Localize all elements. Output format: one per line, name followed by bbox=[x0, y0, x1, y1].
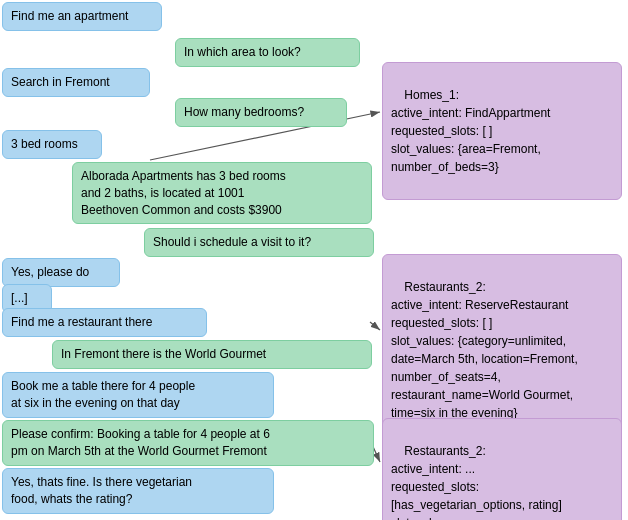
bubble-schedule-visit: Should i schedule a visit to it? bbox=[144, 228, 374, 257]
info-panel-homes: Homes_1: active_intent: FindAppartment r… bbox=[382, 62, 622, 200]
bubble-find-restaurant: Find me a restaurant there bbox=[2, 308, 207, 337]
svg-line-2 bbox=[370, 322, 380, 330]
main-container: Find me an apartment In which area to lo… bbox=[0, 0, 628, 520]
bubble-search-fremont: Search in Fremont bbox=[2, 68, 150, 97]
bubble-alborada: Alborada Apartments has 3 bed roomsand 2… bbox=[72, 162, 372, 224]
bubble-world-gourmet: In Fremont there is the World Gourmet bbox=[52, 340, 372, 369]
bubble-yes-please: Yes, please do bbox=[2, 258, 120, 287]
info-panel-restaurants-3: Restaurants_2: active_intent: ... reques… bbox=[382, 418, 622, 520]
bubble-vegetarian: Yes, thats fine. Is there vegetarianfood… bbox=[2, 468, 274, 514]
bubble-which-area: In which area to look? bbox=[175, 38, 360, 67]
bubble-3-bedrooms: 3 bed rooms bbox=[2, 130, 102, 159]
bubble-please-confirm: Please confirm: Booking a table for 4 pe… bbox=[2, 420, 374, 466]
bubble-find-apartment: Find me an apartment bbox=[2, 2, 162, 31]
bubble-book-table: Book me a table there for 4 peopleat six… bbox=[2, 372, 274, 418]
bubble-how-many-bedrooms: How many bedrooms? bbox=[175, 98, 347, 127]
